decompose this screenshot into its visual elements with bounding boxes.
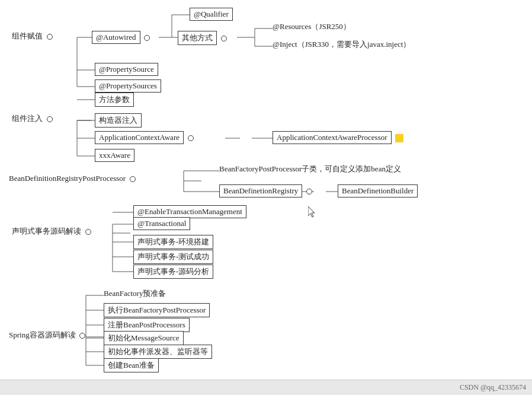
node-inject: @Inject（JSR330，需要导入javax.inject） <box>273 39 411 50</box>
node-chuangjian-bean: 创建Bean准备 <box>104 358 159 372</box>
bottom-bar: CSDN @qq_42335674 <box>0 380 532 395</box>
node-chushihua-shijiangpafa: 初始化事件派发器、监听器等 <box>104 345 212 359</box>
node-resources: @Resources（JSR250） <box>273 21 351 32</box>
node-shengming-ceshi: 声明式事务-测试成功 <box>133 250 213 264</box>
circle-autowired <box>144 35 150 41</box>
node-transactional: @Transactional <box>133 217 190 230</box>
circle-bdregistry <box>306 189 312 195</box>
circle-shengming <box>85 229 91 235</box>
node-autowired: @Autowired <box>92 31 152 44</box>
node-beanfactorypostprocessorzilei: BeanFactoryPostProcessor子类，可自定义添加bean定义 <box>219 164 401 174</box>
node-qualifier: @Qualifier <box>190 8 233 21</box>
node-zujianzhuru: 组件注入 <box>12 113 55 124</box>
mindmap: @Qualifier 组件赋值 @Autowired 其他方式 @Resourc… <box>6 5 532 378</box>
node-beanfactory-prepare: BeanFactory预准备 <box>104 288 166 299</box>
node-springrongqi: Spring容器源码解读 <box>9 330 87 340</box>
yellow-box <box>395 134 403 142</box>
node-qitafangshi: 其他方式 <box>178 31 229 45</box>
content-area: @Qualifier 组件赋值 @Autowired 其他方式 @Resourc… <box>0 0 532 380</box>
circle-qitafangshi <box>221 36 227 42</box>
node-beandefinitionregistrypostprocessor: BeanDefinitionRegistryPostProcessor <box>9 174 137 183</box>
node-zhuce-beanpost: 注册BeanPostProcessors <box>104 318 190 332</box>
circle-springrongqi <box>79 333 85 339</box>
mouse-cursor <box>308 206 318 218</box>
node-appcontextaware: ApplicationContextAware <box>95 131 196 144</box>
node-beandefinetionbuilder: BeanDefinetionBuilder <box>338 184 418 198</box>
screenshot: @Qualifier 组件赋值 @Autowired 其他方式 @Resourc… <box>0 0 532 395</box>
node-beandefinetionregistry: BeanDefinetionRegistry <box>219 184 314 198</box>
node-shengmingshiwuyuanma: 声明式事务源码解读 <box>12 226 93 237</box>
node-shengming-huanjing: 声明式事务-环境搭建 <box>133 235 213 249</box>
watermark: CSDN @qq_42335674 <box>460 383 526 392</box>
node-zhixing-beanfactory: 执行BeanFactoryPostProcessor <box>104 303 210 317</box>
node-xxxaware: xxxAware <box>95 149 134 162</box>
node-propertysource: @PropertySource <box>95 63 158 76</box>
circle-zujianfuzhi <box>47 34 53 40</box>
node-enabletransaction: @EnableTransactionManagement <box>133 205 246 218</box>
node-appcontextawareprocessor: ApplicationContextAwareProcessor <box>273 131 405 144</box>
circle-appaware <box>188 135 194 141</box>
node-gouzaozuru: 构造器注入 <box>95 113 142 128</box>
node-shengming-yuanma: 声明式事务-源码分析 <box>133 265 213 279</box>
node-fangfacanshu: 方法参数 <box>95 93 134 107</box>
circle-zujianzhuru <box>47 116 53 122</box>
circle-bdregpost <box>130 176 136 182</box>
node-zujianfuzhi: 组件赋值 <box>12 31 55 42</box>
node-chushihua-messagesource: 初始化MessageSource <box>104 331 184 345</box>
node-propertysources: @PropertySources <box>95 79 161 93</box>
